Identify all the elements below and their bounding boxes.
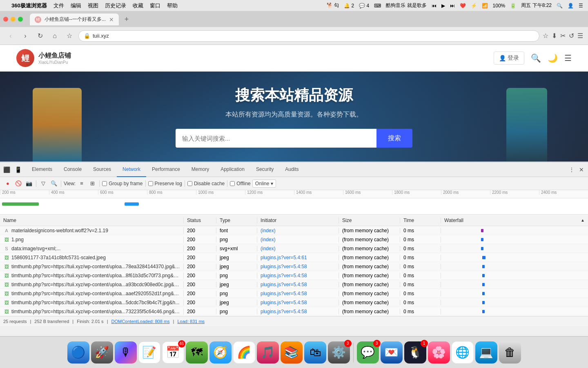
- bookmark-btn[interactable]: ☆: [64, 30, 75, 42]
- table-row[interactable]: 🖼 timthumb.php?src=https://tuii.xyz/wp-c…: [0, 307, 588, 316]
- app-name[interactable]: 360极速浏览器: [11, 2, 47, 9]
- disable-cache-checkbox[interactable]: Disable cache: [187, 181, 225, 186]
- menu-history[interactable]: 历史记录: [105, 2, 126, 9]
- dock-item-system-prefs[interactable]: ⚙️ 3: [328, 341, 350, 364]
- disable-cache-input[interactable]: [187, 181, 192, 186]
- header-status[interactable]: Status: [184, 218, 216, 223]
- search-site-btn[interactable]: 🔍: [531, 53, 541, 63]
- record-btn[interactable]: ●: [3, 179, 12, 188]
- refresh-btn[interactable]: ↻: [34, 30, 46, 42]
- table-row[interactable]: 🖼 1586091177-37a141c8bfc5731-scaled.jpeg…: [0, 253, 588, 262]
- tab-console[interactable]: Console: [58, 162, 87, 177]
- notification-icon[interactable]: 🔔 2: [344, 3, 354, 9]
- capture-btn[interactable]: 📷: [24, 179, 33, 188]
- tab-application[interactable]: Application: [215, 162, 250, 177]
- table-row[interactable]: 🖼 timthumb.php?src=https://tuii.xyz/wp-c…: [0, 289, 588, 298]
- dock-item-siri[interactable]: 🎙: [115, 341, 137, 364]
- header-time[interactable]: Time: [400, 218, 441, 223]
- close-window-btn[interactable]: [3, 17, 8, 22]
- menu-icon[interactable]: ☰: [579, 3, 583, 9]
- tab-security[interactable]: Security: [250, 162, 279, 177]
- dock-item-messages[interactable]: 💌: [381, 341, 403, 364]
- dock-item-calendar[interactable]: 📅 46: [162, 341, 184, 364]
- table-row[interactable]: A materialdesignicons-webfont.woff2?v=2.…: [0, 226, 588, 235]
- devtools-more-btn[interactable]: ⋮: [567, 165, 577, 175]
- menu-bookmarks[interactable]: 收藏: [133, 2, 143, 9]
- dock-item-trash[interactable]: 🗑: [499, 341, 521, 364]
- dom-content-loaded[interactable]: DOMContentLoaded: 808 ms: [111, 319, 169, 324]
- tab-elements[interactable]: Elements: [26, 162, 58, 177]
- dock-item-mianhua[interactable]: 🌸: [428, 341, 450, 364]
- tab-network[interactable]: Network: [117, 162, 146, 177]
- dock-item-photos[interactable]: 🌈: [233, 341, 255, 364]
- clear-btn[interactable]: 🚫: [14, 179, 23, 188]
- header-initiator[interactable]: Initiator: [257, 218, 339, 223]
- dock-item-finder[interactable]: 🔵: [67, 341, 89, 364]
- wechat-icon[interactable]: 💬 4: [359, 3, 369, 9]
- hamburger-btn[interactable]: ☰: [564, 53, 572, 63]
- menu-help[interactable]: 帮助: [167, 2, 178, 9]
- tab-sources[interactable]: Sources: [87, 162, 117, 177]
- offline-checkbox[interactable]: Offline: [230, 181, 250, 186]
- devtools-close-btn[interactable]: ✕: [577, 165, 586, 175]
- new-tab-btn[interactable]: +: [121, 13, 132, 25]
- devtools-mobile-btn[interactable]: 📱: [13, 165, 23, 175]
- heart-icon[interactable]: ❤️: [460, 3, 466, 9]
- table-row[interactable]: S data:image/svg+xml;... 200 svg+xml (in…: [0, 244, 588, 253]
- media-play[interactable]: ▶: [441, 3, 445, 9]
- user-icon[interactable]: 👤: [568, 3, 574, 9]
- offline-input[interactable]: [230, 181, 235, 186]
- tab-memory[interactable]: Memory: [186, 162, 215, 177]
- keyboard-icon[interactable]: ⌨: [374, 3, 381, 9]
- menu-window[interactable]: 窗口: [150, 2, 160, 9]
- dock-item-music[interactable]: 🎵: [257, 341, 279, 364]
- filter-btn[interactable]: ▽: [39, 179, 48, 188]
- search-menubar-icon[interactable]: 🔍: [557, 3, 563, 9]
- media-prev[interactable]: ⏮: [432, 3, 437, 9]
- header-type[interactable]: Type: [216, 218, 257, 223]
- history-icon[interactable]: ↺: [569, 32, 574, 40]
- group-by-frame-checkbox[interactable]: Group by frame: [102, 181, 143, 186]
- dock-item-safari[interactable]: 🧭: [209, 341, 232, 364]
- search-btn[interactable]: 搜索: [376, 129, 412, 148]
- table-row[interactable]: 🖼 timthumb.php?src=https://tuii.xyz/wp-c…: [0, 280, 588, 289]
- back-btn[interactable]: ‹: [5, 30, 16, 42]
- menu-view[interactable]: 视图: [88, 2, 98, 9]
- bookmark-star-icon[interactable]: ☆: [543, 32, 548, 40]
- maximize-window-btn[interactable]: [18, 17, 23, 22]
- browser-menu-icon[interactable]: ☰: [577, 32, 583, 40]
- table-row[interactable]: 🖼 timthumb.php?src=https://tuii.xyz/wp-c…: [0, 298, 588, 307]
- media-next[interactable]: ⏭: [450, 3, 455, 9]
- dock-item-maps[interactable]: 🗺: [186, 341, 208, 364]
- dock-item-wechat[interactable]: 💬 3: [357, 341, 379, 364]
- scissors-icon[interactable]: ✂: [560, 32, 566, 40]
- table-row[interactable]: 🖼 timthumb.php?src=https://tuii.xyz/wp-c…: [0, 271, 588, 280]
- search-btn-toolbar[interactable]: 🔍: [49, 179, 58, 188]
- table-row[interactable]: 🖼 timthumb.php?src=https://tuii.xyz/wp-c…: [0, 262, 588, 271]
- wifi-icon[interactable]: 📶: [482, 3, 488, 9]
- load-event[interactable]: Load: 831 ms: [177, 319, 205, 324]
- table-row[interactable]: 🖼 1.png 200 png (index) (from memory cac…: [0, 235, 588, 244]
- theme-btn[interactable]: 🌙: [548, 53, 558, 63]
- search-input[interactable]: [176, 129, 376, 148]
- online-selector[interactable]: Online ▾: [252, 180, 276, 188]
- devtools-inspect-btn[interactable]: ⬛: [2, 165, 11, 175]
- dock-item-chrome[interactable]: 🌐: [452, 341, 474, 364]
- header-size[interactable]: Size: [339, 218, 400, 223]
- address-bar[interactable]: 🔒 tuii.xyz: [78, 30, 539, 42]
- menu-edit[interactable]: 编辑: [71, 2, 81, 9]
- dock-item-launchpad[interactable]: 🚀: [91, 341, 113, 364]
- tab-performance[interactable]: Performance: [146, 162, 186, 177]
- preserve-log-checkbox[interactable]: Preserve log: [148, 181, 182, 186]
- dock-item-qq[interactable]: 🐧 1: [404, 341, 426, 364]
- menu-file[interactable]: 文件: [53, 2, 64, 9]
- browser-tab-active[interactable]: 鲤 小鲤鱼店铺--一个好看又多... ✕: [29, 13, 119, 25]
- tab-close-btn[interactable]: ✕: [109, 16, 114, 23]
- preserve-log-input[interactable]: [148, 181, 153, 186]
- dock-item-notes[interactable]: 📝: [138, 341, 160, 364]
- bluetooth-icon[interactable]: ⚡: [471, 3, 477, 9]
- dock-item-books[interactable]: 📚: [281, 341, 303, 364]
- download-icon[interactable]: ⬇: [552, 32, 557, 40]
- header-name[interactable]: Name: [0, 218, 184, 223]
- dock-item-pc[interactable]: 💻: [475, 341, 497, 364]
